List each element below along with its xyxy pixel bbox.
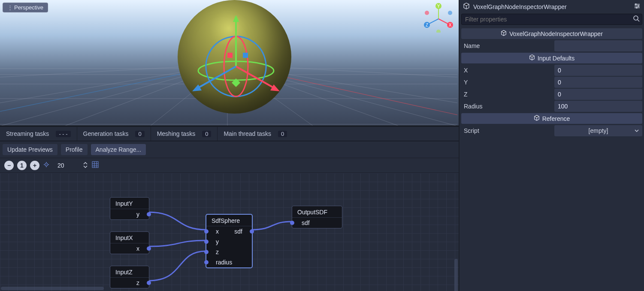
- node-title: InputX: [110, 232, 149, 243]
- status-mainthread-value: 0: [278, 131, 287, 137]
- viewport-3d[interactable]: Y X Z Perspective: [0, 0, 459, 126]
- inspector-filter-input[interactable]: [461, 14, 642, 25]
- prop-y-row: Y: [461, 77, 642, 88]
- class-section-header[interactable]: VoxelGraphNodeInspectorWrapper: [461, 28, 642, 39]
- port-label-radius: radius: [216, 259, 232, 266]
- input-port-x[interactable]: [204, 229, 209, 234]
- reference-label: Reference: [542, 115, 570, 122]
- svg-rect-42: [92, 162, 98, 168]
- prop-label-script: Script: [461, 125, 554, 136]
- prop-x-row: X: [461, 65, 642, 76]
- prop-value-script[interactable]: [empty]: [554, 125, 642, 136]
- analyze-range-button[interactable]: Analyze Range...: [91, 144, 146, 155]
- prop-value-z[interactable]: [554, 89, 642, 100]
- status-streaming: Streaming tasks - - -: [0, 127, 77, 141]
- status-streaming-value: - - -: [56, 131, 70, 137]
- input-port-radius[interactable]: [204, 260, 209, 264]
- object-icon: [529, 54, 535, 62]
- port-label-y: y: [136, 211, 139, 218]
- zoom-in-button[interactable]: +: [30, 161, 39, 170]
- sort-icon[interactable]: [82, 162, 88, 169]
- node-graph-canvas[interactable]: InputY y InputX x InputZ z: [0, 173, 459, 291]
- svg-point-49: [636, 7, 638, 9]
- inspector-title-row: VoxelGraphNodeInspectorWrapper: [460, 1, 643, 12]
- status-generation-value: 0: [135, 131, 144, 137]
- status-mainthread-label: Main thread tasks: [224, 130, 271, 137]
- chevron-down-icon: [635, 127, 639, 134]
- mesh-sphere: [178, 0, 291, 114]
- input-defaults-label: Input Defaults: [538, 55, 574, 62]
- object-icon: [501, 30, 507, 37]
- svg-point-39: [436, 30, 441, 33]
- node-output-sdf[interactable]: OutputSDF sdf: [292, 206, 342, 228]
- svg-text:X: X: [449, 23, 452, 27]
- zoom-out-button[interactable]: −: [4, 161, 14, 170]
- prop-value-name[interactable]: [554, 40, 642, 51]
- node-title: SdfSphere: [206, 215, 252, 226]
- output-port-z[interactable]: [147, 281, 151, 285]
- prop-value-x[interactable]: [554, 65, 642, 76]
- inspector-options-icon[interactable]: [634, 3, 641, 11]
- prop-label-z: Z: [461, 89, 554, 100]
- node-title: InputZ: [110, 266, 149, 278]
- status-streaming-label: Streaming tasks: [6, 130, 49, 137]
- class-header-label: VoxelGraphNodeInspectorWrapper: [509, 30, 603, 37]
- svg-point-40: [425, 11, 429, 15]
- grid-snap-icon[interactable]: [92, 161, 99, 170]
- update-previews-button[interactable]: Update Previews: [3, 144, 57, 155]
- reference-header[interactable]: Reference: [461, 113, 642, 124]
- perspective-button[interactable]: Perspective: [3, 3, 48, 12]
- graph-zoom-toolbar: − 1 + 20: [0, 158, 459, 173]
- snap-toggle-icon[interactable]: [43, 161, 50, 170]
- port-label-sdf: sdf: [302, 219, 310, 226]
- prop-z-row: Z: [461, 89, 642, 100]
- prop-label-x: X: [461, 65, 554, 76]
- inspector-panel: VoxelGraphNodeInspectorWrapper VoxelGrap…: [460, 0, 644, 291]
- node-input-y[interactable]: InputY y: [110, 197, 149, 220]
- svg-text:Z: Z: [426, 23, 428, 27]
- output-port-y[interactable]: [147, 212, 151, 216]
- prop-label-name: Name: [461, 40, 554, 51]
- inspector-class-title: VoxelGraphNodeInspectorWrapper: [473, 3, 630, 10]
- input-port-y[interactable]: [204, 240, 209, 244]
- search-icon[interactable]: [633, 15, 640, 23]
- status-meshing-label: Meshing tasks: [157, 130, 195, 137]
- output-port-sdf[interactable]: [250, 229, 254, 234]
- output-port-x[interactable]: [147, 246, 151, 251]
- axis-orientation-widget[interactable]: Y X Z: [423, 3, 454, 33]
- svg-text:Y: Y: [437, 4, 440, 9]
- svg-point-50: [634, 16, 638, 20]
- port-label-y: y: [216, 238, 219, 245]
- node-input-x[interactable]: InputX x: [110, 231, 149, 254]
- zoom-value[interactable]: 20: [55, 161, 67, 170]
- status-mainthread: Main thread tasks 0: [218, 127, 293, 141]
- prop-script-row: Script [empty]: [461, 125, 642, 136]
- object-icon: [463, 3, 470, 11]
- status-meshing: Meshing tasks 0: [151, 127, 218, 141]
- profile-button[interactable]: Profile: [61, 144, 88, 155]
- prop-value-radius[interactable]: [554, 101, 642, 112]
- script-value-text: [empty]: [589, 127, 608, 134]
- prop-name-row: Name: [461, 40, 642, 51]
- port-label-sdf: sdf: [234, 228, 242, 235]
- input-port-sdf[interactable]: [290, 221, 294, 225]
- node-title: InputY: [110, 198, 149, 209]
- port-label-z: z: [136, 279, 139, 286]
- port-label-z: z: [216, 249, 219, 255]
- prop-label-y: Y: [461, 77, 554, 88]
- prop-value-y[interactable]: [554, 77, 642, 88]
- port-label-x: x: [216, 228, 219, 235]
- status-generation: Generation tasks 0: [77, 127, 151, 141]
- input-defaults-header[interactable]: Input Defaults: [461, 53, 642, 63]
- prop-label-radius: Radius: [461, 101, 554, 112]
- input-port-z[interactable]: [204, 250, 209, 254]
- zoom-reset-button[interactable]: 1: [17, 161, 27, 170]
- graph-scrollbar-horizontal[interactable]: [1, 287, 104, 290]
- graph-scrollbar-vertical[interactable]: [454, 259, 458, 291]
- svg-line-51: [638, 20, 639, 21]
- node-sdf-sphere[interactable]: SdfSphere x sdf y z radius: [206, 214, 252, 268]
- status-generation-label: Generation tasks: [83, 130, 129, 137]
- status-meshing-value: 0: [202, 131, 211, 137]
- node-input-z[interactable]: InputZ z: [110, 266, 149, 288]
- svg-point-41: [448, 11, 452, 15]
